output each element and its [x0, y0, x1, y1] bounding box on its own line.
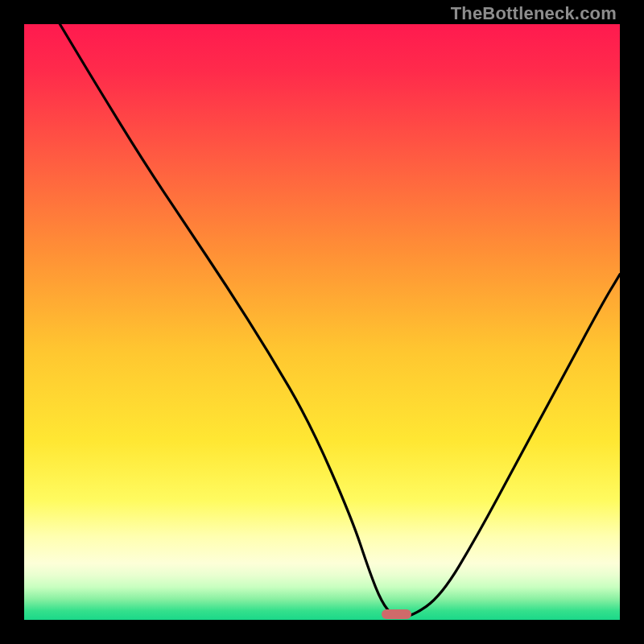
chart-frame: TheBottleneck.com: [0, 0, 644, 644]
optimal-marker: [382, 609, 411, 619]
bottleneck-curve: [24, 24, 620, 620]
watermark-text: TheBottleneck.com: [451, 3, 617, 24]
plot-area: [24, 24, 620, 620]
